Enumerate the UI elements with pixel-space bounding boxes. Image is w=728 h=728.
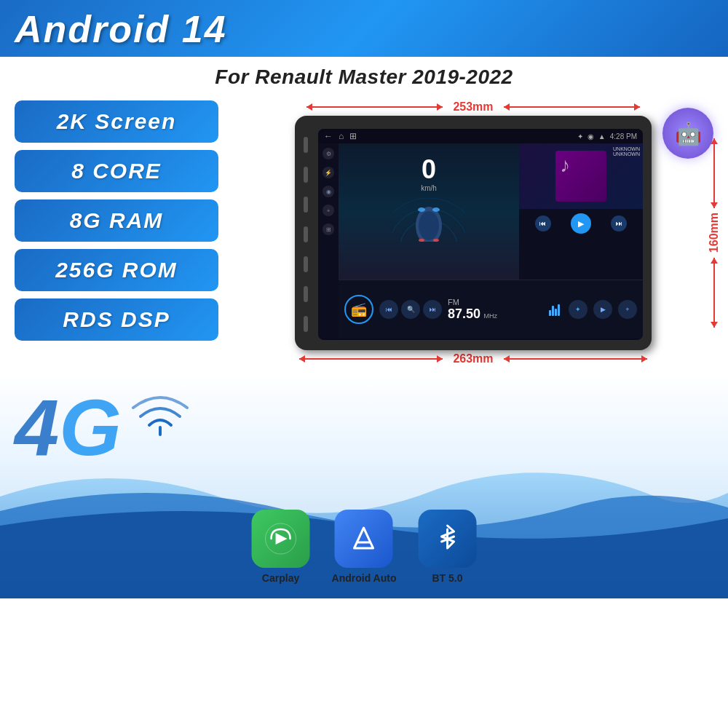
radio-bt-btn[interactable]: ✦ <box>569 300 587 319</box>
side-btn-5[interactable] <box>304 256 308 272</box>
dim-top-wrapper: 253mm <box>295 100 652 114</box>
right-dim-label: 160mm <box>708 208 721 257</box>
dim-bottom-label: 263mm <box>453 352 493 365</box>
radio-prev-controls: ⏮ 🔍 ⏭ <box>379 300 442 319</box>
music-controls: ⏮ ▶ ⏭ <box>519 209 643 238</box>
feature-icons: Carplay Android Auto BT 5. <box>252 510 477 584</box>
4g-label: 4G <box>15 387 122 467</box>
dim-top-line2 <box>504 106 640 108</box>
radio-search-btn[interactable]: 🔍 <box>401 300 420 319</box>
android-auto-label: Android Auto <box>332 572 397 584</box>
speed-unit: km/h <box>421 184 437 192</box>
side-btn-4[interactable] <box>304 226 308 242</box>
speed-value: 0 <box>422 157 436 183</box>
device-area: 🤖 253mm ← <box>233 100 713 365</box>
side-buttons <box>304 129 318 340</box>
eq-bar-3 <box>555 309 557 316</box>
4g-g-letter: G <box>59 382 122 472</box>
music-track-name: UNKNOWN <box>613 146 640 151</box>
radio-play-btn[interactable]: ▶ <box>593 300 612 319</box>
dim-bottom-line2 <box>504 358 647 360</box>
radio-freq: 87.50 <box>448 306 480 321</box>
bt-icon <box>418 510 476 568</box>
nav-icon-3[interactable]: ◉ <box>323 186 334 197</box>
android-auto-icon <box>335 510 393 568</box>
screen-nav: ⚙ ⚡ ◉ + ⊞ <box>318 143 339 339</box>
radio-next-btn[interactable]: ⏭ <box>423 300 442 319</box>
svg-point-4 <box>419 211 439 240</box>
music-album: ♪ ♪ UNKNOWN UNKNOWN <box>519 143 643 209</box>
bt-label: BT 5.0 <box>432 572 462 584</box>
carplay-icon <box>252 510 310 568</box>
screen-content: 0 km/h <box>339 143 643 339</box>
dim-bottom-line <box>299 358 443 360</box>
right-dim-line-bottom <box>713 258 715 328</box>
music-thumb: ♪ <box>555 151 606 202</box>
spec-badge-core: 8 CORE <box>15 150 218 192</box>
android-title: Android 14 <box>15 7 713 51</box>
subtitle-text: For Renault Master 2019-2022 <box>215 66 513 88</box>
side-btn-3[interactable] <box>304 197 308 213</box>
nav-icon-5[interactable]: ⊞ <box>323 223 334 235</box>
nav-icon-1[interactable]: ⚙ <box>323 148 334 159</box>
music-track-info: UNKNOWN UNKNOWN <box>613 146 640 157</box>
screen-topbar-right: ✦ ◉ ▲ 4:28 PM <box>577 132 637 141</box>
android-auto-feature: Android Auto <box>332 510 397 584</box>
prev-track-btn[interactable]: ⏮ <box>535 215 551 232</box>
play-btn[interactable]: ▶ <box>571 213 591 234</box>
side-btn-1[interactable] <box>304 137 308 153</box>
eq-bar-1 <box>549 310 551 316</box>
wifi-arcs-svg <box>131 387 189 438</box>
radio-band: FM <box>448 298 540 306</box>
carplay-label: Carplay <box>262 572 299 584</box>
radio-icon: 📻 <box>344 295 373 324</box>
radio-prev-btn[interactable]: ⏮ <box>379 300 398 319</box>
screen-top-half: 0 km/h <box>339 143 643 280</box>
speedometer-area: 0 km/h <box>339 143 519 280</box>
signal-icon: ▲ <box>598 132 606 141</box>
svg-point-8 <box>433 239 439 242</box>
nav-icon-4[interactable]: + <box>323 205 334 216</box>
device-chassis: ← ⌂ ⊞ ✦ ◉ ▲ 4:28 PM ⚙ <box>295 116 652 350</box>
next-track-btn[interactable]: ⏭ <box>611 215 627 232</box>
svg-point-6 <box>432 207 440 212</box>
screen-topbar: ← ⌂ ⊞ ✦ ◉ ▲ 4:28 PM <box>318 129 643 143</box>
side-btn-2[interactable] <box>304 167 308 183</box>
car-visual <box>392 198 465 234</box>
svg-point-5 <box>418 207 425 212</box>
main-content: 2K Screen 8 CORE 8G RAM 256G ROM RDS DSP… <box>0 93 728 373</box>
eq-bar-4 <box>558 304 560 316</box>
wifi-signal-container <box>131 387 189 441</box>
spec-badge-ram: 8G RAM <box>15 199 218 242</box>
dim-top-label: 253mm <box>453 100 493 114</box>
bt-status-icon: ✦ <box>577 132 583 141</box>
nav-icon-2[interactable]: ⚡ <box>323 167 334 178</box>
ai-robot-icon: 🤖 <box>662 108 713 159</box>
bottom-section: 4G Carplay <box>0 373 728 598</box>
location-icon: ◉ <box>587 132 594 141</box>
radio-info: FM 87.50 MHz <box>448 298 540 322</box>
subtitle-bar: For Renault Master 2019-2022 <box>0 57 728 93</box>
device-screen: ← ⌂ ⊞ ✦ ◉ ▲ 4:28 PM ⚙ <box>318 129 643 340</box>
side-btn-6[interactable] <box>304 286 308 302</box>
music-thumb-note: ♪ <box>560 154 570 177</box>
radio-mhz: MHz <box>484 312 498 320</box>
right-dim-container: 160mm <box>708 138 721 328</box>
screen-topbar-left: ← ⌂ ⊞ <box>324 131 357 141</box>
side-btn-7[interactable] <box>304 316 308 332</box>
spec-badge-rom: 256G ROM <box>15 249 218 291</box>
svg-point-7 <box>419 239 424 242</box>
music-area: ♪ ♪ UNKNOWN UNKNOWN <box>519 143 643 280</box>
dim-bottom-wrapper: 263mm <box>295 352 652 365</box>
music-artist-name: UNKNOWN <box>613 151 640 157</box>
spec-badge-screen: 2K Screen <box>15 100 218 143</box>
spec-badge-rds: RDS DSP <box>15 298 218 341</box>
screen-bottom-half: 📻 ⏮ 🔍 ⏭ FM 87.50 MHz <box>339 280 643 339</box>
bt-feature: BT 5.0 <box>418 510 476 584</box>
radio-plus-btn[interactable]: + <box>618 300 637 319</box>
time-display: 4:28 PM <box>610 132 637 141</box>
specs-column: 2K Screen 8 CORE 8G RAM 256G ROM RDS DSP <box>15 100 218 365</box>
equalizer-icon <box>546 303 563 316</box>
header-bar: Android 14 <box>0 0 728 57</box>
back-icon: ← <box>324 131 333 141</box>
